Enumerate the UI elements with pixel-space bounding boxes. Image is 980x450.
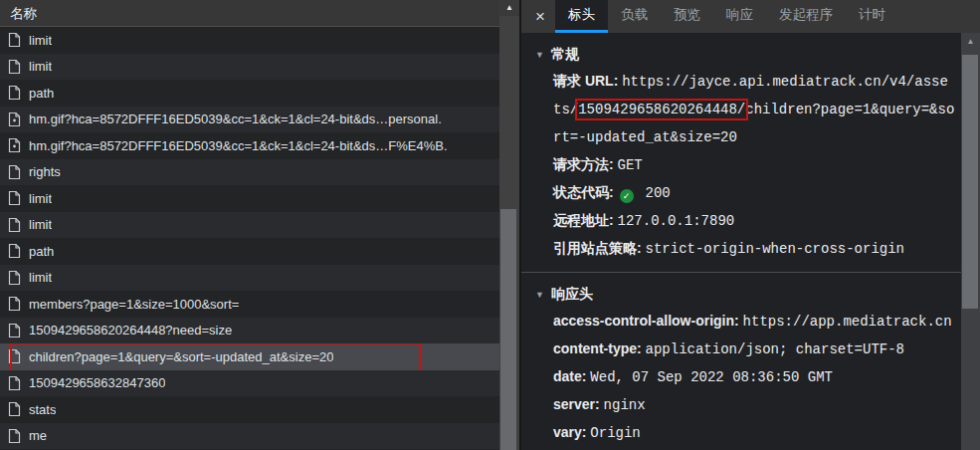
detail-tab-bar: × 标头 负载 预览 响应 发起程序 计时 <box>521 0 980 33</box>
tab-负载[interactable]: 负载 <box>608 0 661 33</box>
header-name: 请求方法: <box>553 156 614 172</box>
header-row: date: Wed, 07 Sep 2022 08:36:50 GMT <box>553 363 955 391</box>
tab-label: 预览 <box>674 6 700 24</box>
network-request-row[interactable]: 1509429658632847360 <box>0 370 499 397</box>
header-name: server: <box>553 396 600 412</box>
network-request-row[interactable]: limit <box>0 265 499 292</box>
network-request-row[interactable]: me <box>0 423 499 450</box>
document-icon <box>8 243 21 259</box>
request-name: rights <box>29 164 61 179</box>
header-name: 远程地址: <box>553 212 614 228</box>
network-request-row[interactable]: members?page=1&size=1000&sort= <box>0 291 499 318</box>
headers-section: ▼ 常规 请求 URL: https://jayce.api.mediatrac… <box>521 41 961 263</box>
document-icon <box>8 348 21 364</box>
request-name: 1509429658620264448?need=size <box>29 323 232 338</box>
request-name: limit <box>29 270 52 285</box>
request-name: path <box>29 244 54 259</box>
header-name: date: <box>553 368 586 384</box>
network-request-row[interactable]: stats <box>0 396 499 423</box>
status-ok-icon: ✓ <box>620 189 634 203</box>
tab-label: 响应 <box>726 6 753 24</box>
headers-content: ▼ 常规 请求 URL: https://jayce.api.mediatrac… <box>521 33 961 450</box>
network-request-row[interactable]: limit <box>0 185 499 212</box>
network-request-rows: limit limit path hm.gif?hc <box>0 27 499 449</box>
chevron-down-icon: ▼ <box>535 290 544 300</box>
header-name: 引用站点策略: <box>553 240 642 256</box>
request-name: hm.gif?hca=8572DFFF16ED5039&cc=1&ck=1&cl… <box>29 112 442 126</box>
request-name: me <box>29 428 47 443</box>
network-request-row[interactable]: children?page=1&query=&sort=-updated_at&… <box>0 343 499 370</box>
document-icon <box>8 85 21 101</box>
request-name: 1509429658632847360 <box>29 375 165 390</box>
section-header[interactable]: ▼ 常规 <box>521 41 961 68</box>
document-icon <box>8 270 21 286</box>
header-row: server: nginx <box>553 391 955 419</box>
tab-计时[interactable]: 计时 <box>846 0 898 33</box>
section-body: 请求 URL: https://jayce.api.mediatrack.cn/… <box>553 68 955 263</box>
document-icon <box>8 428 21 444</box>
header-row: access-control-allow-origin: https://app… <box>553 308 955 336</box>
network-request-row[interactable]: path <box>0 80 499 107</box>
tab-响应[interactable]: 响应 <box>713 0 766 33</box>
name-column-header[interactable]: 名称 <box>10 6 37 21</box>
close-icon[interactable]: × <box>525 0 555 33</box>
document-icon <box>8 32 21 48</box>
tab-预览[interactable]: 预览 <box>661 0 713 33</box>
network-request-row[interactable]: limit <box>0 212 499 239</box>
network-request-row[interactable]: limit <box>0 27 499 54</box>
request-details-panel: × 标头 负载 预览 响应 发起程序 计时 ▼ 常规 请求 URL: https… <box>519 0 980 450</box>
header-row: content-type: application/json; charset=… <box>553 336 955 363</box>
header-value: https://app.mediatrack.cn <box>743 314 952 330</box>
section-body: access-control-allow-origin: https://app… <box>553 308 955 447</box>
section-header[interactable]: ▼ 响应头 <box>521 281 961 308</box>
header-name: access-control-allow-origin: <box>553 313 739 329</box>
header-value: strict-origin-when-cross-origin <box>646 241 904 257</box>
header-value: application/json; charset=UTF-8 <box>646 341 904 357</box>
header-row: 请求 URL: https://jayce.api.mediatrack.cn/… <box>553 68 955 151</box>
section-title: 响应头 <box>551 286 593 304</box>
devtools-network-panel: 名称 limit limit path <box>0 0 980 450</box>
scroll-up-icon[interactable]: ▲ <box>961 33 980 49</box>
header-row: 远程地址: 127.0.0.1:7890 <box>553 207 955 235</box>
network-request-row[interactable]: 1509429658620264448?need=size <box>0 318 499 344</box>
scroll-up-icon[interactable]: ▲ <box>499 0 519 16</box>
document-icon <box>8 59 21 75</box>
document-icon <box>8 190 21 206</box>
request-name: children?page=1&query=&sort=-updated_at&… <box>29 349 333 364</box>
request-name: limit <box>29 191 52 206</box>
request-name: limit <box>29 59 52 74</box>
network-request-row[interactable]: hm.gif?hca=8572DFFF16ED5039&cc=1&ck=1&cl… <box>0 132 499 159</box>
request-name: hm.gif?hca=8572DFFF16ED5039&cc=1&ck=1&cl… <box>29 138 448 153</box>
tab-label: 标头 <box>568 6 595 24</box>
header-name: vary: <box>553 424 586 440</box>
header-value: Origin <box>590 425 640 441</box>
network-list-header: 名称 <box>0 0 499 27</box>
image-icon <box>8 137 21 153</box>
image-icon <box>8 112 21 127</box>
document-icon <box>8 375 21 391</box>
network-request-row[interactable]: rights <box>0 159 499 186</box>
scrollbar-thumb[interactable] <box>962 55 978 309</box>
header-row: 请求方法: GET <box>553 151 955 179</box>
document-icon <box>8 164 21 180</box>
detail-tabs: 标头 负载 预览 响应 发起程序 计时 <box>555 0 898 33</box>
header-name: content-type: <box>553 340 642 356</box>
network-request-row[interactable]: hm.gif?hca=8572DFFF16ED5039&cc=1&ck=1&cl… <box>0 107 499 133</box>
network-request-row[interactable]: path <box>0 238 499 265</box>
network-list-scrollbar[interactable]: ▲ <box>499 0 519 450</box>
request-name: path <box>29 86 54 101</box>
header-name: 状态代码: <box>553 184 614 200</box>
tab-标头[interactable]: 标头 <box>555 0 608 33</box>
header-name: 请求 URL: <box>553 73 618 89</box>
tab-发起程序[interactable]: 发起程序 <box>766 0 846 33</box>
header-value: nginx <box>604 397 646 413</box>
request-name: members?page=1&size=1000&sort= <box>29 297 239 312</box>
network-request-row[interactable]: limit <box>0 54 499 81</box>
request-name: limit <box>29 217 52 232</box>
tab-label: 发起程序 <box>779 6 833 24</box>
details-scrollbar[interactable]: ▲ <box>961 33 980 450</box>
annotation-box-url-id: 1509429658620264448/ <box>578 102 745 117</box>
scrollbar-thumb[interactable] <box>500 209 516 450</box>
document-icon <box>8 296 21 312</box>
header-value: 127.0.0.1:7890 <box>618 213 735 229</box>
